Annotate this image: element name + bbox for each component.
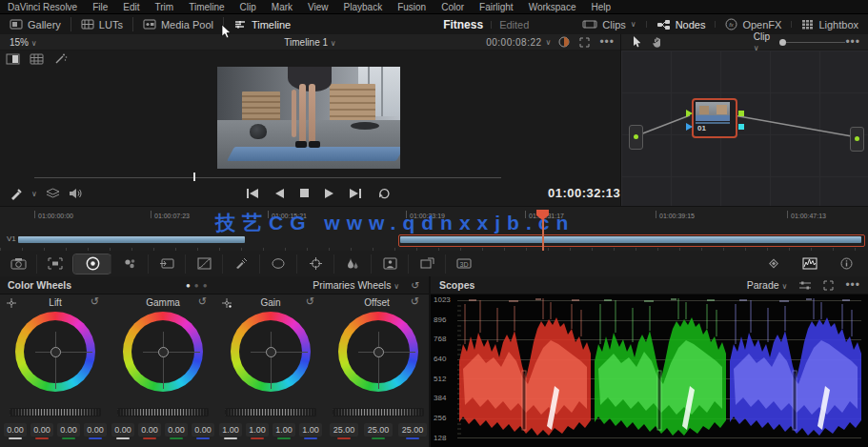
gamma-wheel[interactable] xyxy=(123,312,203,392)
menu-fairlight[interactable]: Fairlight xyxy=(472,2,521,12)
menu-clip[interactable]: Clip xyxy=(232,2,264,12)
wheels-reset-icon[interactable]: ↺ xyxy=(411,279,419,291)
sizing-icon[interactable] xyxy=(408,254,445,274)
node-key-output[interactable] xyxy=(738,124,744,130)
image-wipe-icon[interactable] xyxy=(6,53,20,65)
scope-settings-icon[interactable] xyxy=(798,280,812,291)
menu-view[interactable]: View xyxy=(300,2,336,12)
gamma-reset-icon[interactable]: ↺ xyxy=(198,295,207,308)
offset-wheel-handle[interactable] xyxy=(373,347,384,357)
menu-app[interactable]: DaVinci Resolve xyxy=(0,2,85,12)
node-zoom-slider[interactable] xyxy=(779,39,845,46)
lift-r-value[interactable]: 0.00 xyxy=(30,423,53,437)
gamma-b-value[interactable]: 0.00 xyxy=(192,423,214,437)
cursor-tool-icon[interactable] xyxy=(633,36,640,48)
gain-wheel[interactable] xyxy=(231,312,311,392)
magic-wand-icon[interactable] xyxy=(53,52,68,65)
color-picker-icon[interactable] xyxy=(10,187,23,200)
lightbox-button[interactable]: Lightbox xyxy=(792,19,868,30)
node-mode-selector[interactable]: Clip ∨ xyxy=(754,31,773,52)
gamma-r-value[interactable]: 0.00 xyxy=(138,423,161,437)
key-icon[interactable] xyxy=(371,254,408,274)
node-key-input[interactable] xyxy=(686,123,693,131)
wheels-mode-selector[interactable]: Primaries Wheels ∨ xyxy=(313,279,399,291)
grid-view-icon[interactable] xyxy=(30,53,44,65)
menu-file[interactable]: File xyxy=(85,2,115,12)
offset-r-value[interactable]: 25.00 xyxy=(330,423,358,437)
lift-wheel-handle[interactable] xyxy=(50,347,61,357)
picker-chevron-icon[interactable]: ∨ xyxy=(31,190,37,198)
menu-mark[interactable]: Mark xyxy=(264,2,300,12)
curves-icon[interactable] xyxy=(185,254,222,274)
stereo-3d-icon[interactable]: 3D xyxy=(445,254,482,274)
menu-fusion[interactable]: Fusion xyxy=(390,2,434,12)
gamma-g-value[interactable]: 0.00 xyxy=(165,423,188,437)
menu-workspace[interactable]: Workspace xyxy=(521,2,584,12)
page-dots[interactable]: ●●● xyxy=(186,281,212,290)
offset-g-value[interactable]: 25.00 xyxy=(364,423,393,437)
menu-playback[interactable]: Playback xyxy=(336,2,391,12)
pan-hand-icon[interactable] xyxy=(652,36,660,48)
gain-r-value[interactable]: 1.00 xyxy=(246,423,269,437)
menu-help[interactable]: Help xyxy=(583,2,618,12)
luts-button[interactable]: LUTs xyxy=(71,14,132,34)
scopes-icon[interactable] xyxy=(792,254,828,274)
scope-options-menu[interactable]: ••• xyxy=(845,278,860,292)
go-to-end-button[interactable] xyxy=(349,188,363,199)
loop-button[interactable] xyxy=(377,187,391,199)
lift-b-value[interactable]: 0.00 xyxy=(84,423,107,437)
gain-g-value[interactable]: 1.00 xyxy=(273,423,295,437)
menu-color[interactable]: Color xyxy=(434,2,472,12)
layers-icon[interactable] xyxy=(46,188,60,199)
gain-reset-icon[interactable]: ↺ xyxy=(306,295,314,308)
node-rgb-input[interactable] xyxy=(686,110,693,117)
viewer-playhead[interactable] xyxy=(193,173,195,181)
gain-master-wheel[interactable] xyxy=(225,408,316,417)
offset-reset-icon[interactable]: ↺ xyxy=(411,295,419,308)
output-node[interactable] xyxy=(850,127,864,152)
menu-timeline[interactable]: Timeline xyxy=(181,2,232,12)
color-wheels-icon[interactable] xyxy=(73,254,111,274)
source-node[interactable] xyxy=(629,125,643,150)
rgb-mixer-icon[interactable] xyxy=(111,254,148,274)
gamma-y-value[interactable]: 0.00 xyxy=(111,423,134,437)
lift-y-value[interactable]: 0.00 xyxy=(4,423,27,437)
lift-wheel[interactable] xyxy=(15,312,95,392)
stop-button[interactable] xyxy=(299,188,310,198)
expand-icon[interactable] xyxy=(579,37,590,48)
offset-b-value[interactable]: 25.00 xyxy=(398,423,427,437)
gain-b-value[interactable]: 1.00 xyxy=(299,423,322,437)
keyframes-icon[interactable] xyxy=(756,254,792,274)
clips-button[interactable]: Clips ∨ xyxy=(573,19,645,30)
step-back-button[interactable] xyxy=(274,188,285,199)
blur-icon[interactable] xyxy=(333,254,371,274)
viewer-options-menu[interactable]: ••• xyxy=(599,35,615,49)
color-match-icon[interactable] xyxy=(36,254,73,274)
corrector-node[interactable]: 01 xyxy=(692,98,737,138)
audio-mute-icon[interactable] xyxy=(69,188,82,199)
go-to-start-button[interactable] xyxy=(246,188,260,199)
gamma-master-wheel[interactable] xyxy=(117,408,209,417)
play-button[interactable] xyxy=(324,188,334,199)
offset-master-wheel[interactable] xyxy=(333,408,424,417)
viewer[interactable]: ∨ 01:00:32:13 xyxy=(0,51,620,206)
timecode-chevron-icon[interactable]: ∨ xyxy=(546,38,552,47)
offset-wheel[interactable] xyxy=(338,312,418,392)
openfx-button[interactable]: fx OpenFX xyxy=(716,18,791,30)
viewer-scrubber[interactable] xyxy=(34,177,501,178)
qualifier-icon[interactable] xyxy=(222,254,259,274)
menu-edit[interactable]: Edit xyxy=(115,2,147,12)
track-label[interactable]: V1 xyxy=(7,234,16,243)
gain-wheel-handle[interactable] xyxy=(266,347,276,357)
lift-g-value[interactable]: 0.00 xyxy=(57,423,80,437)
camera-raw-icon[interactable] xyxy=(0,254,36,274)
timeline-button[interactable]: Timeline xyxy=(224,14,300,34)
node-rgb-output[interactable] xyxy=(738,111,744,116)
node-graph[interactable]: 01 xyxy=(621,51,868,206)
gain-y-value[interactable]: 1.00 xyxy=(219,423,242,437)
info-icon[interactable] xyxy=(828,254,864,274)
gamma-wheel-handle[interactable] xyxy=(158,347,169,357)
motion-effects-icon[interactable] xyxy=(148,254,185,274)
timeline-clip-1[interactable] xyxy=(18,236,245,243)
menu-trim[interactable]: Trim xyxy=(148,2,182,12)
